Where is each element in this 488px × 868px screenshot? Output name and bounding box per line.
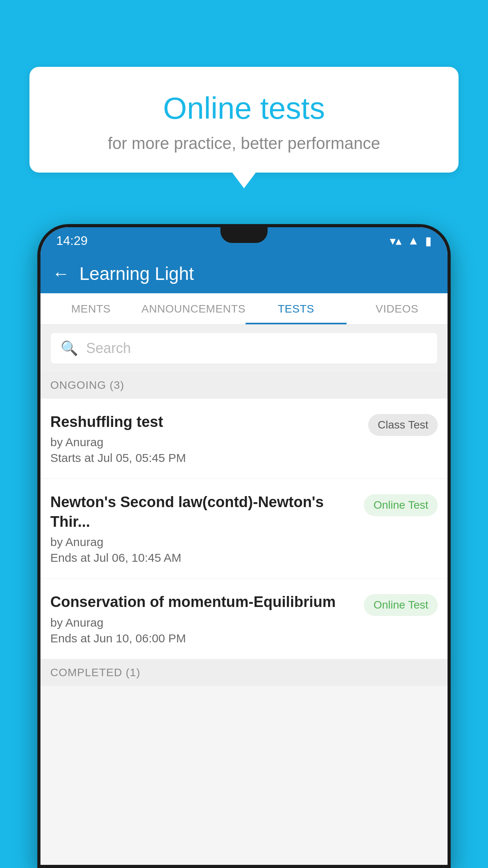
test-badge-online: Online Test <box>364 494 438 516</box>
phone-inner: 14:29 ▾▴ ▲ ▮ ← Learning Light MENTS ANNO… <box>40 227 448 865</box>
test-item[interactable]: Reshuffling test by Anurag Starts at Jul… <box>40 399 448 479</box>
test-author: by Anurag <box>50 616 356 629</box>
speech-bubble-title: Online tests <box>49 90 439 126</box>
test-item[interactable]: Conservation of momentum-Equilibrium by … <box>40 579 448 659</box>
signal-icon: ▲ <box>407 234 419 247</box>
status-time: 14:29 <box>56 234 88 248</box>
test-date: Starts at Jul 05, 05:45 PM <box>50 451 360 465</box>
search-icon: 🔍 <box>61 340 78 357</box>
test-badge-class: Class Test <box>368 414 438 436</box>
test-item[interactable]: Newton's Second law(contd)-Newton's Thir… <box>40 479 448 579</box>
test-list: Reshuffling test by Anurag Starts at Jul… <box>40 399 448 659</box>
test-date: Ends at Jul 06, 10:45 AM <box>50 551 356 565</box>
app-bar: ← Learning Light <box>40 254 448 293</box>
test-info: Reshuffling test by Anurag Starts at Jul… <box>50 412 360 465</box>
tabs-container: MENTS ANNOUNCEMENTS TESTS VIDEOS <box>40 293 448 325</box>
back-button[interactable]: ← <box>52 264 70 283</box>
test-title: Newton's Second law(contd)-Newton's Thir… <box>50 493 356 531</box>
search-bar[interactable]: 🔍 Search <box>50 333 438 364</box>
test-title: Reshuffling test <box>50 412 360 432</box>
search-container: 🔍 Search <box>40 325 448 372</box>
test-info: Conservation of momentum-Equilibrium by … <box>50 592 356 645</box>
test-author: by Anurag <box>50 535 356 549</box>
test-title: Conservation of momentum-Equilibrium <box>50 592 356 612</box>
test-author: by Anurag <box>50 436 360 449</box>
speech-bubble: Online tests for more practice, better p… <box>29 67 459 173</box>
tab-videos[interactable]: VIDEOS <box>347 293 448 324</box>
search-input[interactable]: Search <box>86 340 131 357</box>
speech-bubble-subtitle: for more practice, better performance <box>49 134 439 153</box>
tab-tests[interactable]: TESTS <box>246 293 347 324</box>
test-badge-online: Online Test <box>364 594 438 616</box>
wifi-icon: ▾▴ <box>390 234 402 248</box>
phone-notch <box>220 227 268 243</box>
status-icons: ▾▴ ▲ ▮ <box>390 234 432 248</box>
completed-section-header: COMPLETED (1) <box>40 659 448 686</box>
app-bar-title: Learning Light <box>79 263 194 284</box>
battery-icon: ▮ <box>425 234 432 248</box>
test-info: Newton's Second law(contd)-Newton's Thir… <box>50 493 356 565</box>
ongoing-section-header: ONGOING (3) <box>40 372 448 399</box>
phone-container: 14:29 ▾▴ ▲ ▮ ← Learning Light MENTS ANNO… <box>37 224 451 868</box>
tab-announcements[interactable]: ANNOUNCEMENTS <box>141 293 246 324</box>
tab-ments[interactable]: MENTS <box>40 293 141 324</box>
test-date: Ends at Jun 10, 06:00 PM <box>50 632 356 645</box>
